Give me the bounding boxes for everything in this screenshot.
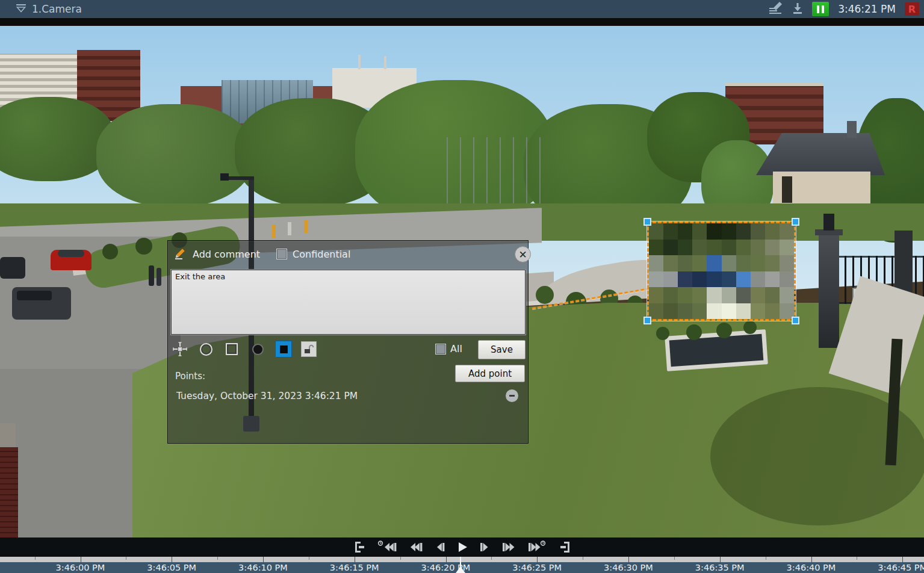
annotation-icon[interactable]: [767, 2, 783, 16]
timeline-tick: [583, 557, 583, 560]
mosaic-cell: [649, 240, 663, 256]
resize-handle-bottom-left[interactable]: [643, 317, 651, 324]
mosaic-cell: [722, 223, 736, 240]
timeline-label: 3:46:30 PM: [604, 563, 653, 572]
pixelated-mosaic: [649, 223, 794, 319]
mosaic-cell: [649, 255, 663, 271]
car-red-windows: [58, 250, 84, 257]
mosaic-cell: [663, 287, 678, 303]
rooftop-stack: [358, 55, 361, 69]
export-download-icon[interactable]: [792, 2, 803, 16]
timeline-tick: [126, 557, 126, 560]
timeline-tick: [217, 557, 218, 560]
camera-title: 1.Camera: [32, 3, 82, 15]
resize-handle-top-right[interactable]: [792, 218, 799, 226]
close-icon[interactable]: ✕: [515, 246, 531, 262]
fast-backward-icon[interactable]: [408, 540, 424, 554]
add-comment-dialog: Add comment Confidential ✕ Exit the area: [167, 240, 529, 444]
comment-text-input[interactable]: Exit the area: [171, 270, 526, 335]
previous-frame-icon[interactable]: [434, 540, 446, 554]
mosaic-cell: [765, 303, 780, 320]
next-keyframe-clock-icon[interactable]: [527, 540, 547, 554]
timeline-tick: [491, 557, 492, 560]
camera-title-bar: 1.Camera 3:46:21 PM R: [0, 0, 924, 18]
pedestrian: [157, 268, 161, 286]
annotation-toolbar: [172, 341, 317, 358]
timeline-tick: [628, 557, 629, 562]
confidential-checkbox[interactable]: [276, 249, 287, 259]
current-time: 3:46:21 PM: [838, 3, 896, 15]
mosaic-cell: [722, 240, 736, 256]
timeline-tick: [446, 557, 447, 562]
timeline-tick: [537, 557, 538, 562]
camera-menu-icon[interactable]: [16, 3, 26, 15]
pedestrian: [149, 265, 154, 286]
mosaic-cell: [707, 303, 721, 320]
timeline-tick: [355, 557, 355, 562]
vms-window: Add comment Confidential ✕ Exit the area: [0, 0, 924, 573]
road-lower: [0, 369, 150, 537]
all-row: All: [435, 343, 462, 355]
mosaic-cell: [751, 287, 765, 303]
ellipse-outline-icon[interactable]: [197, 341, 214, 358]
next-frame-icon[interactable]: [479, 540, 491, 554]
mosaic-cell: [722, 287, 736, 303]
mosaic-cell: [722, 303, 736, 320]
filled-rectangle-icon[interactable]: [275, 341, 292, 358]
mosaic-cell: [780, 287, 794, 303]
point-marker-icon[interactable]: [172, 341, 188, 358]
pause-icon[interactable]: [812, 2, 829, 16]
resize-handle-bottom-right[interactable]: [792, 317, 799, 324]
mosaic-cell: [751, 271, 765, 288]
confidential-label: Confidential: [293, 249, 350, 260]
mosaic-cell: [678, 223, 692, 240]
resize-handle-top-left[interactable]: [643, 218, 651, 226]
rectangle-outline-icon[interactable]: [223, 341, 240, 358]
timeline-tick: [857, 557, 857, 560]
mosaic-cell: [692, 271, 707, 288]
mosaic-cell: [692, 223, 707, 240]
bush: [656, 327, 669, 340]
house-door: [782, 176, 792, 203]
mosaic-cell: [736, 287, 751, 303]
mosaic-cell: [765, 240, 780, 256]
go-to-interval-start-icon[interactable]: [353, 540, 367, 554]
remove-point-icon[interactable]: [506, 389, 518, 402]
timeline-label: 3:46:00 PM: [56, 563, 105, 572]
car-dark: [0, 257, 25, 279]
points-label: Points:: [175, 371, 205, 382]
save-button[interactable]: Save: [478, 340, 526, 359]
mosaic-cell: [736, 240, 751, 256]
lock-open-icon[interactable]: [301, 341, 317, 357]
playhead-marker-icon[interactable]: [456, 566, 465, 573]
mosaic-cell: [765, 223, 780, 240]
bush: [716, 323, 732, 338]
mosaic-cell: [751, 240, 765, 256]
mosaic-cell: [722, 255, 736, 271]
all-checkbox[interactable]: [435, 344, 446, 355]
mosaic-cell: [707, 255, 721, 271]
mosaic-cell: [751, 303, 765, 320]
mosaic-cell: [751, 223, 765, 240]
mosaic-cell: [765, 287, 780, 303]
fast-forward-icon[interactable]: [501, 540, 516, 554]
bush: [743, 321, 757, 334]
go-to-interval-end-icon[interactable]: [557, 540, 572, 554]
timeline-tick-bar[interactable]: [0, 557, 924, 562]
add-point-button[interactable]: Add point: [455, 365, 525, 382]
filled-ellipse-icon[interactable]: [249, 341, 266, 358]
mosaic-cell: [692, 287, 707, 303]
rooftop-stack: [384, 56, 386, 69]
play-icon[interactable]: [456, 540, 468, 554]
dialog-header[interactable]: Add comment Confidential: [168, 241, 528, 267]
mosaic-cell: [751, 255, 765, 271]
mosaic-cell: [765, 255, 780, 271]
mosaic-cell: [780, 255, 794, 271]
pixelated-mask-region[interactable]: [647, 221, 796, 321]
mosaic-cell: [736, 255, 751, 271]
playback-controls: [0, 537, 924, 557]
previous-keyframe-clock-icon[interactable]: [377, 540, 398, 554]
timeline-label: 3:46:35 PM: [695, 563, 745, 572]
pillar-lamp: [823, 214, 834, 231]
timeline-label: 3:46:25 PM: [512, 563, 562, 572]
